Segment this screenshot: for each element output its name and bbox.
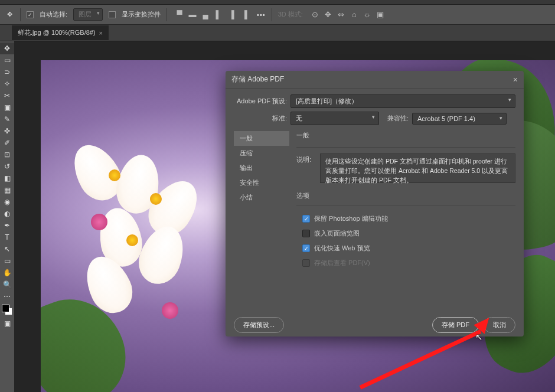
color-swatch[interactable]: [2, 305, 12, 315]
dialog-title: 存储 Adobe PDF: [231, 74, 284, 84]
blur-tool[interactable]: ◉: [0, 196, 14, 208]
align-top-icon[interactable]: ▀: [173, 8, 186, 21]
close-icon[interactable]: ×: [513, 75, 518, 84]
edit-toolbar[interactable]: ⋯: [0, 290, 14, 302]
move-tool-icon[interactable]: ✥: [5, 10, 14, 19]
optimize-web-label: 优化快速 Web 预览: [314, 244, 370, 253]
hand-tool[interactable]: ✋: [0, 267, 14, 279]
separator: [272, 8, 272, 21]
view-after-checkbox: [302, 259, 310, 267]
compat-label: 兼容性:: [383, 114, 409, 123]
main-menu-bar: [0, 0, 555, 5]
path-tool[interactable]: ↖: [0, 243, 14, 255]
options-bar: ✥ 自动选择: 图层 显示变换控件 ▀ ▬ ▄ ▌ ▐ ▐ ••• 3D 模式:…: [0, 5, 555, 25]
preserve-editing-checkbox[interactable]: [302, 215, 310, 223]
zoom-tool[interactable]: 🔍: [0, 279, 14, 290]
document-tab-label: 鲜花.jpg @ 100%(RGB/8#): [18, 28, 96, 37]
embed-thumbnail-label: 嵌入页面缩览图: [314, 229, 360, 238]
align-bottom-icon[interactable]: ▄: [199, 8, 212, 21]
divider: [296, 205, 515, 205]
optimize-web-checkbox[interactable]: [302, 244, 310, 252]
separator: [166, 8, 167, 21]
crop-tool[interactable]: ✂: [0, 90, 14, 102]
divider: [296, 147, 515, 148]
dialog-mainpanel: 一般 说明: 使用这些设定创建的 PDF 文档可通过桌面打印机和 proofer…: [289, 131, 515, 308]
preset-dropdown[interactable]: [高质量打印]（修改）: [290, 94, 515, 108]
3d-light-icon[interactable]: ☼: [361, 8, 374, 21]
close-tab-icon[interactable]: ×: [99, 30, 103, 37]
show-transform-label: 显示变换控件: [122, 10, 161, 19]
dialog-titlebar: 存储 Adobe PDF ×: [226, 71, 524, 89]
healing-tool[interactable]: ✜: [0, 125, 14, 137]
align-right-icon[interactable]: ▐: [238, 8, 251, 21]
cancel-button[interactable]: 取消: [484, 317, 515, 333]
view-after-label: 存储后查看 PDF(V): [314, 259, 370, 267]
dialog-sidebar: 一般 压缩 输出 安全性 小结: [234, 131, 289, 308]
align-hcenter-icon[interactable]: ▐: [225, 8, 238, 21]
standard-dropdown[interactable]: 无: [290, 112, 379, 125]
move-tool[interactable]: ✥: [0, 43, 14, 54]
pen-tool[interactable]: ✒: [0, 220, 14, 231]
standard-label: 标准:: [234, 114, 287, 123]
align-buttons: ▀ ▬ ▄ ▌ ▐ ▐: [173, 8, 251, 21]
eraser-tool[interactable]: ◧: [0, 172, 14, 184]
3d-slide-icon[interactable]: ⇔: [335, 8, 348, 21]
more-options-icon[interactable]: •••: [257, 11, 266, 18]
save-preset-button[interactable]: 存储预设...: [234, 317, 284, 333]
history-brush-tool[interactable]: ↺: [0, 161, 14, 172]
3d-buttons: ⊙ ✥ ⇔ ⌂ ☼ ▣: [309, 8, 387, 21]
save-pdf-button[interactable]: 存储 PDF: [432, 317, 479, 333]
sidebar-item-summary[interactable]: 小结: [234, 190, 289, 205]
document-tab[interactable]: 鲜花.jpg @ 100%(RGB/8#) ×: [12, 25, 109, 40]
preserve-editing-label: 保留 Photoshop 编辑功能: [314, 214, 388, 223]
mode-3d-label: 3D 模式:: [278, 10, 303, 19]
view-after-row: 存储后查看 PDF(V): [296, 256, 515, 270]
auto-select-checkbox[interactable]: [27, 11, 34, 18]
quick-mask-tool[interactable]: ▣: [0, 318, 14, 329]
options-header: 选项: [296, 191, 515, 202]
separator: [20, 8, 21, 21]
shape-tool[interactable]: ▭: [0, 255, 14, 267]
desc-label: 说明:: [296, 153, 315, 183]
save-pdf-dialog: 存储 Adobe PDF × Adobe PDF 预设: [高质量打印]（修改）…: [226, 71, 524, 337]
marquee-tool[interactable]: ▭: [0, 54, 14, 66]
preserve-editing-row[interactable]: 保留 Photoshop 编辑功能: [296, 211, 515, 226]
3d-orbit-icon[interactable]: ⊙: [309, 8, 322, 21]
sidebar-item-output[interactable]: 输出: [234, 161, 289, 175]
stamp-tool[interactable]: ⊡: [0, 149, 14, 161]
layer-type-dropdown[interactable]: 图层: [73, 8, 103, 21]
align-vcenter-icon[interactable]: ▬: [186, 8, 199, 21]
sidebar-item-general[interactable]: 一般: [234, 131, 289, 146]
auto-select-label: 自动选择:: [40, 10, 67, 19]
3d-render-icon[interactable]: ▣: [374, 8, 387, 21]
document-tab-bar: 鲜花.jpg @ 100%(RGB/8#) ×: [0, 25, 555, 41]
sidebar-item-compression[interactable]: 压缩: [234, 146, 289, 161]
brush-tool[interactable]: ✐: [0, 137, 14, 149]
type-tool[interactable]: T: [0, 231, 14, 243]
embed-thumbnail-checkbox[interactable]: [302, 230, 310, 237]
dialog-footer: 存储预设... 存储 PDF 取消: [226, 313, 524, 337]
dodge-tool[interactable]: ◐: [0, 208, 14, 220]
sidebar-item-security[interactable]: 安全性: [234, 175, 289, 190]
description-textarea[interactable]: 使用这些设定创建的 PDF 文档可通过桌面打印机和 proofer 进行高质量打…: [320, 153, 515, 183]
lasso-tool[interactable]: ⊃: [0, 66, 14, 78]
show-transform-checkbox[interactable]: [109, 11, 116, 18]
preset-label: Adobe PDF 预设:: [234, 97, 287, 106]
align-left-icon[interactable]: ▌: [212, 8, 225, 21]
section-header-general: 一般: [296, 131, 515, 142]
3d-pan-icon[interactable]: ✥: [322, 8, 335, 21]
3d-camera-icon[interactable]: ⌂: [348, 8, 361, 21]
frame-tool[interactable]: ▣: [0, 102, 14, 113]
toolbox: ✥ ▭ ⊃ ✧ ✂ ▣ ✎ ✜ ✐ ⊡ ↺ ◧ ▦ ◉ ◐ ✒ T ↖ ▭ ✋ …: [0, 41, 14, 392]
optimize-web-row[interactable]: 优化快速 Web 预览: [296, 241, 515, 256]
embed-thumbnail-row[interactable]: 嵌入页面缩览图: [296, 226, 515, 241]
eyedropper-tool[interactable]: ✎: [0, 113, 14, 125]
compat-dropdown[interactable]: Acrobat 5 (PDF 1.4): [412, 113, 507, 125]
magic-wand-tool[interactable]: ✧: [0, 78, 14, 90]
gradient-tool[interactable]: ▦: [0, 184, 14, 196]
